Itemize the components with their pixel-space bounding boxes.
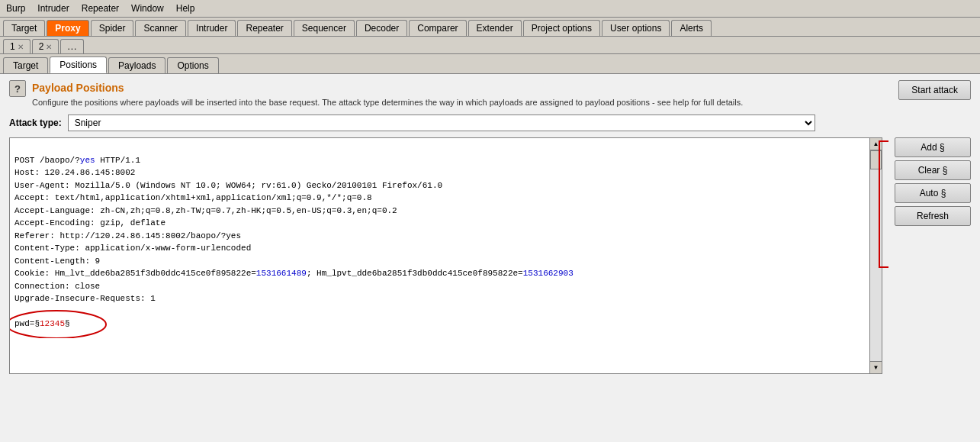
tab-scanner[interactable]: Scanner bbox=[135, 20, 186, 36]
request-line-14: pwd=§12345§ bbox=[14, 318, 70, 331]
request-editor[interactable]: POST /baopo/?yes HTTP/1.1 Host: 120.24.8… bbox=[9, 137, 882, 374]
request-line-11: Connection: close bbox=[14, 282, 100, 291]
clear-button[interactable]: Clear § bbox=[895, 160, 971, 180]
scroll-up-button[interactable]: ▲ bbox=[870, 138, 882, 150]
auto-button[interactable]: Auto § bbox=[895, 183, 971, 203]
request-line-1: POST /baopo/?yes HTTP/1.1 bbox=[14, 156, 140, 165]
section-info: Payload Positions Configure the position… bbox=[32, 80, 743, 108]
inner-tab-positions[interactable]: Positions bbox=[50, 56, 107, 73]
content-area: ? Payload Positions Configure the positi… bbox=[0, 74, 980, 442]
attack-type-select[interactable]: Sniper Battering ram Pitchfork Cluster b… bbox=[68, 115, 815, 131]
menu-burp[interactable]: Burp bbox=[3, 2, 28, 15]
start-attack-button[interactable]: Start attack bbox=[898, 80, 971, 100]
section-header: ? Payload Positions Configure the positi… bbox=[9, 80, 971, 108]
section-header-left: ? Payload Positions Configure the positi… bbox=[9, 80, 743, 108]
section-description: Configure the positions where payloads w… bbox=[32, 97, 743, 108]
menu-bar: Burp Intruder Repeater Window Help bbox=[0, 0, 980, 18]
tab-proxy[interactable]: Proxy bbox=[47, 20, 88, 36]
tab-sequencer[interactable]: Sequencer bbox=[294, 20, 355, 36]
help-button[interactable]: ? bbox=[9, 80, 26, 97]
tab-spider[interactable]: Spider bbox=[91, 20, 134, 36]
main-tab-bar: Target Proxy Spider Scanner Intruder Rep… bbox=[0, 18, 980, 37]
tab-intruder[interactable]: Intruder bbox=[188, 20, 236, 36]
sub-tab-more[interactable]: ... bbox=[60, 39, 84, 53]
scroll-down-button[interactable]: ▼ bbox=[870, 361, 882, 373]
menu-help[interactable]: Help bbox=[173, 2, 198, 15]
menu-repeater[interactable]: Repeater bbox=[79, 2, 122, 15]
side-buttons-panel: Add § Clear § Auto § Refresh bbox=[888, 137, 971, 226]
request-line-13 bbox=[14, 307, 20, 316]
sub-tab-bar: 1 ✕ 2 ✕ ... bbox=[0, 37, 980, 54]
app-container: Burp Intruder Repeater Window Help Targe… bbox=[0, 0, 980, 442]
request-line-3: User-Agent: Mozilla/5.0 (Windows NT 10.0… bbox=[14, 181, 442, 190]
tab-user-options[interactable]: User options bbox=[602, 20, 670, 36]
tab-repeater[interactable]: Repeater bbox=[237, 20, 291, 36]
request-text-area[interactable]: POST /baopo/?yes HTTP/1.1 Host: 120.24.8… bbox=[10, 138, 869, 373]
request-line-7: Referer: http://120.24.86.145:8002/baopo… bbox=[14, 231, 241, 240]
sub-tab-2-close[interactable]: ✕ bbox=[46, 43, 52, 51]
request-line-6: Accept-Encoding: gzip, deflate bbox=[14, 218, 165, 227]
inner-tab-payloads[interactable]: Payloads bbox=[108, 57, 165, 73]
attack-type-row: Attack type: Sniper Battering ram Pitchf… bbox=[9, 115, 971, 131]
inner-tab-target[interactable]: Target bbox=[3, 57, 48, 73]
scroll-thumb[interactable] bbox=[870, 150, 882, 169]
inner-tab-bar: Target Positions Payloads Options bbox=[0, 54, 980, 74]
request-line-4: Accept: text/html,application/xhtml+xml,… bbox=[14, 193, 372, 202]
tab-decoder[interactable]: Decoder bbox=[356, 20, 407, 36]
request-line-2: Host: 120.24.86.145:8002 bbox=[14, 168, 135, 177]
tab-extender[interactable]: Extender bbox=[468, 20, 522, 36]
request-line-10: Cookie: Hm_lvt_dde6ba2851f3db0ddc415ce0f… bbox=[14, 269, 574, 278]
sub-tab-1[interactable]: 1 ✕ bbox=[3, 39, 31, 53]
request-line-12: Upgrade-Insecure-Requests: 1 bbox=[14, 294, 156, 303]
add-button[interactable]: Add § bbox=[895, 137, 971, 157]
sub-tab-1-close[interactable]: ✕ bbox=[18, 43, 24, 51]
side-buttons: Add § Clear § Auto § Refresh bbox=[895, 137, 971, 226]
sub-tab-2[interactable]: 2 ✕ bbox=[32, 39, 59, 53]
attack-type-label: Attack type: bbox=[9, 118, 62, 128]
refresh-button[interactable]: Refresh bbox=[895, 206, 971, 226]
request-line-8: Content-Type: application/x-www-form-url… bbox=[14, 244, 251, 253]
request-line-5: Accept-Language: zh-CN,zh;q=0.8,zh-TW;q=… bbox=[14, 206, 397, 215]
tab-target[interactable]: Target bbox=[3, 20, 45, 36]
menu-intruder[interactable]: Intruder bbox=[34, 2, 72, 15]
menu-window[interactable]: Window bbox=[128, 2, 167, 15]
request-line-9: Content-Length: 9 bbox=[14, 256, 100, 266]
tab-project-options[interactable]: Project options bbox=[523, 20, 600, 36]
tab-comparer[interactable]: Comparer bbox=[409, 20, 466, 36]
inner-tab-options[interactable]: Options bbox=[167, 57, 218, 73]
tab-alerts[interactable]: Alerts bbox=[671, 20, 712, 36]
section-title: Payload Positions bbox=[32, 82, 743, 94]
